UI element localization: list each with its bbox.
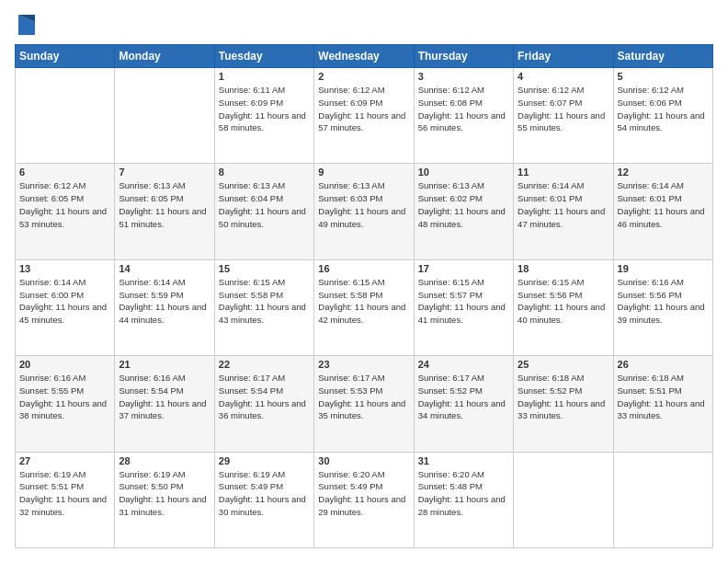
calendar-cell: 27Sunrise: 6:19 AMSunset: 5:51 PMDayligh…: [16, 452, 115, 547]
calendar-cell: 1Sunrise: 6:11 AMSunset: 6:09 PMDaylight…: [214, 68, 313, 164]
calendar-cell: 17Sunrise: 6:15 AMSunset: 5:57 PMDayligh…: [414, 259, 513, 355]
day-detail: Sunrise: 6:12 AMSunset: 6:06 PMDaylight:…: [618, 84, 709, 134]
calendar-cell: [16, 68, 115, 164]
page: SundayMondayTuesdayWednesdayThursdayFrid…: [0, 0, 728, 563]
day-number: 29: [219, 455, 310, 466]
calendar-cell: 24Sunrise: 6:17 AMSunset: 5:52 PMDayligh…: [414, 356, 513, 452]
day-number: 7: [119, 167, 210, 178]
day-detail: Sunrise: 6:11 AMSunset: 6:09 PMDaylight:…: [219, 84, 310, 134]
logo: [15, 15, 37, 35]
day-detail: Sunrise: 6:14 AMSunset: 6:00 PMDaylight:…: [19, 276, 110, 327]
day-number: 3: [418, 71, 509, 82]
day-number: 27: [19, 455, 110, 466]
day-detail: Sunrise: 6:15 AMSunset: 5:58 PMDaylight:…: [219, 276, 310, 327]
weekday-header-friday: Friday: [514, 45, 613, 68]
calendar-cell: 7Sunrise: 6:13 AMSunset: 6:05 PMDaylight…: [115, 164, 214, 259]
day-detail: Sunrise: 6:17 AMSunset: 5:53 PMDaylight:…: [318, 372, 409, 422]
calendar-week-row: 20Sunrise: 6:16 AMSunset: 5:55 PMDayligh…: [16, 356, 713, 452]
day-number: 14: [119, 263, 210, 274]
calendar-cell: 16Sunrise: 6:15 AMSunset: 5:58 PMDayligh…: [314, 259, 414, 355]
calendar-cell: 28Sunrise: 6:19 AMSunset: 5:50 PMDayligh…: [115, 452, 214, 547]
day-number: 19: [618, 263, 709, 274]
calendar-cell: 21Sunrise: 6:16 AMSunset: 5:54 PMDayligh…: [115, 356, 214, 452]
calendar-cell: 26Sunrise: 6:18 AMSunset: 5:51 PMDayligh…: [613, 356, 712, 452]
calendar-cell: 3Sunrise: 6:12 AMSunset: 6:08 PMDaylight…: [414, 68, 513, 164]
day-detail: Sunrise: 6:19 AMSunset: 5:49 PMDaylight:…: [219, 468, 310, 519]
header: [15, 15, 713, 35]
day-detail: Sunrise: 6:16 AMSunset: 5:54 PMDaylight:…: [119, 372, 210, 422]
day-detail: Sunrise: 6:13 AMSunset: 6:05 PMDaylight:…: [119, 179, 210, 230]
day-detail: Sunrise: 6:12 AMSunset: 6:08 PMDaylight:…: [418, 84, 509, 134]
day-number: 24: [418, 359, 509, 370]
day-detail: Sunrise: 6:15 AMSunset: 5:57 PMDaylight:…: [418, 276, 509, 327]
calendar-cell: 20Sunrise: 6:16 AMSunset: 5:55 PMDayligh…: [16, 356, 115, 452]
calendar-cell: 25Sunrise: 6:18 AMSunset: 5:52 PMDayligh…: [514, 356, 613, 452]
calendar-cell: [115, 68, 214, 164]
day-number: 20: [19, 359, 110, 370]
calendar-table: SundayMondayTuesdayWednesdayThursdayFrid…: [15, 44, 713, 548]
calendar-cell: 29Sunrise: 6:19 AMSunset: 5:49 PMDayligh…: [214, 452, 313, 547]
day-detail: Sunrise: 6:13 AMSunset: 6:04 PMDaylight:…: [219, 179, 310, 230]
calendar-cell: 8Sunrise: 6:13 AMSunset: 6:04 PMDaylight…: [214, 164, 313, 259]
day-number: 11: [518, 167, 609, 178]
day-detail: Sunrise: 6:16 AMSunset: 5:55 PMDaylight:…: [19, 372, 110, 422]
day-number: 6: [19, 167, 110, 178]
day-detail: Sunrise: 6:17 AMSunset: 5:52 PMDaylight:…: [418, 372, 509, 422]
day-number: 31: [418, 455, 509, 466]
day-number: 30: [318, 455, 409, 466]
calendar-cell: [613, 452, 712, 547]
day-detail: Sunrise: 6:12 AMSunset: 6:05 PMDaylight:…: [19, 179, 110, 230]
day-number: 28: [119, 455, 210, 466]
day-number: 12: [618, 167, 709, 178]
day-number: 17: [418, 263, 509, 274]
calendar-cell: 4Sunrise: 6:12 AMSunset: 6:07 PMDaylight…: [514, 68, 613, 164]
day-number: 10: [418, 167, 509, 178]
day-detail: Sunrise: 6:15 AMSunset: 5:58 PMDaylight:…: [318, 276, 409, 327]
calendar-cell: 9Sunrise: 6:13 AMSunset: 6:03 PMDaylight…: [314, 164, 414, 259]
calendar-cell: 19Sunrise: 6:16 AMSunset: 5:56 PMDayligh…: [613, 259, 712, 355]
day-detail: Sunrise: 6:12 AMSunset: 6:07 PMDaylight:…: [518, 84, 609, 134]
day-detail: Sunrise: 6:12 AMSunset: 6:09 PMDaylight:…: [318, 84, 409, 134]
day-number: 5: [618, 71, 709, 82]
logo-icon: [18, 15, 35, 35]
day-number: 18: [518, 263, 609, 274]
day-number: 21: [119, 359, 210, 370]
calendar-week-row: 13Sunrise: 6:14 AMSunset: 6:00 PMDayligh…: [16, 259, 713, 355]
calendar-cell: 11Sunrise: 6:14 AMSunset: 6:01 PMDayligh…: [514, 164, 613, 259]
calendar-cell: 6Sunrise: 6:12 AMSunset: 6:05 PMDaylight…: [16, 164, 115, 259]
calendar-cell: 13Sunrise: 6:14 AMSunset: 6:00 PMDayligh…: [16, 259, 115, 355]
day-detail: Sunrise: 6:18 AMSunset: 5:52 PMDaylight:…: [518, 372, 609, 422]
calendar-week-row: 1Sunrise: 6:11 AMSunset: 6:09 PMDaylight…: [16, 68, 713, 164]
calendar-cell: 14Sunrise: 6:14 AMSunset: 5:59 PMDayligh…: [115, 259, 214, 355]
calendar-cell: 2Sunrise: 6:12 AMSunset: 6:09 PMDaylight…: [314, 68, 414, 164]
weekday-header-row: SundayMondayTuesdayWednesdayThursdayFrid…: [16, 45, 713, 68]
weekday-header-thursday: Thursday: [414, 45, 513, 68]
calendar-cell: [514, 452, 613, 547]
day-detail: Sunrise: 6:14 AMSunset: 6:01 PMDaylight:…: [518, 179, 609, 230]
day-number: 16: [318, 263, 409, 274]
day-detail: Sunrise: 6:19 AMSunset: 5:50 PMDaylight:…: [119, 468, 210, 519]
day-number: 9: [318, 167, 409, 178]
day-number: 22: [219, 359, 310, 370]
day-number: 8: [219, 167, 310, 178]
day-detail: Sunrise: 6:20 AMSunset: 5:48 PMDaylight:…: [418, 468, 509, 519]
day-detail: Sunrise: 6:17 AMSunset: 5:54 PMDaylight:…: [219, 372, 310, 422]
calendar-cell: 23Sunrise: 6:17 AMSunset: 5:53 PMDayligh…: [314, 356, 414, 452]
day-number: 23: [318, 359, 409, 370]
weekday-header-saturday: Saturday: [613, 45, 712, 68]
calendar-cell: 18Sunrise: 6:15 AMSunset: 5:56 PMDayligh…: [514, 259, 613, 355]
calendar-week-row: 27Sunrise: 6:19 AMSunset: 5:51 PMDayligh…: [16, 452, 713, 547]
weekday-header-monday: Monday: [115, 45, 214, 68]
day-number: 26: [618, 359, 709, 370]
day-detail: Sunrise: 6:16 AMSunset: 5:56 PMDaylight:…: [618, 276, 709, 327]
day-number: 15: [219, 263, 310, 274]
weekday-header-tuesday: Tuesday: [214, 45, 313, 68]
calendar-cell: 22Sunrise: 6:17 AMSunset: 5:54 PMDayligh…: [214, 356, 313, 452]
calendar-cell: 12Sunrise: 6:14 AMSunset: 6:01 PMDayligh…: [613, 164, 712, 259]
day-detail: Sunrise: 6:14 AMSunset: 6:01 PMDaylight:…: [618, 179, 709, 230]
day-number: 25: [518, 359, 609, 370]
day-number: 1: [219, 71, 310, 82]
calendar-week-row: 6Sunrise: 6:12 AMSunset: 6:05 PMDaylight…: [16, 164, 713, 259]
weekday-header-wednesday: Wednesday: [314, 45, 414, 68]
day-detail: Sunrise: 6:19 AMSunset: 5:51 PMDaylight:…: [19, 468, 110, 519]
